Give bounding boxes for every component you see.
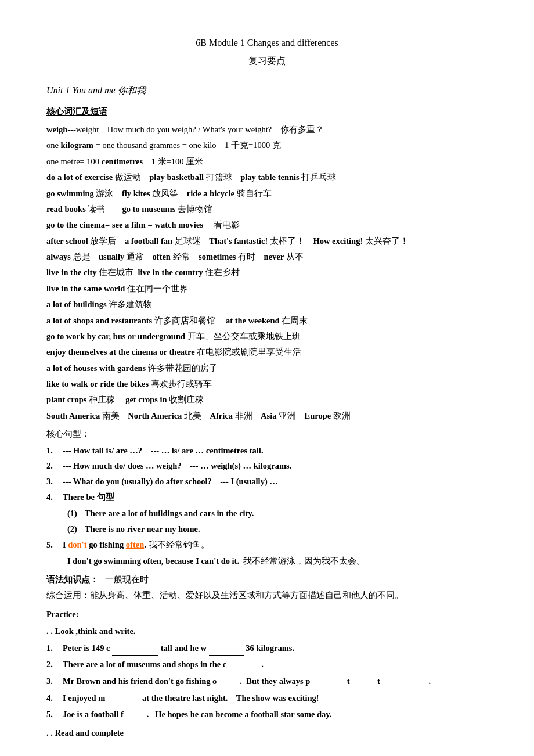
vocab-line-17: like to walk or ride the bikes 喜欢步行或骑车 bbox=[46, 377, 488, 391]
vocab-line-4: do a lot of exercise 做运动 play basketball… bbox=[46, 170, 488, 185]
vocab-line-10: live in the city 住在城市 live in the countr… bbox=[46, 265, 488, 280]
sentence-sub-2: (2) There is no river near my home. bbox=[67, 522, 488, 537]
vocab-line-18: plant crops 种庄稼 get crops in 收割庄稼 bbox=[46, 393, 488, 407]
vocab-line-12: a lot of buildings 许多建筑物 bbox=[46, 297, 488, 312]
practice-item-3: 3. Mr Brown and his friend don't go fish… bbox=[46, 674, 488, 689]
vocab-line-14: go to work by car, bus or underground 开车… bbox=[46, 329, 488, 344]
vocab-line-5: go swimming 游泳 fly kites 放风筝 ride a bicy… bbox=[46, 186, 488, 201]
vocab-line-16: a lot of houses with gardens 许多带花园的房子 bbox=[46, 361, 488, 376]
page-subtitle: 复习要点 bbox=[46, 53, 488, 69]
vocab-line-2: one kilogram = one thousand grammes = on… bbox=[46, 138, 488, 153]
vocab-line-9: always 总是 usually 通常 often 经常 sometimes … bbox=[46, 250, 488, 264]
practice-heading: Practice: bbox=[46, 607, 488, 622]
vocab-section: weigh---weight How much do you weigh? / … bbox=[46, 123, 488, 423]
sentence-heading: 核心句型： bbox=[46, 427, 488, 441]
vocab-line-13: a lot of shops and restaurants 许多商店和餐馆 a… bbox=[46, 314, 488, 328]
vocab-line-7: go to the cinema= see a film = watch mov… bbox=[46, 218, 488, 232]
vocab-heading: 核心词汇及短语 bbox=[46, 105, 488, 120]
page-title: 6B Module 1 Changes and differences bbox=[46, 35, 488, 51]
practice-list: 1. Peter is 149 c tall and he w 36 kilog… bbox=[46, 641, 488, 722]
sentence-item-3: 3. --- What do you (usually) do after sc… bbox=[46, 474, 488, 489]
practice-item-2: 2. There are a lot of museums and shops … bbox=[46, 657, 488, 672]
unit-title: Unit 1 You and me 你和我 bbox=[46, 82, 488, 98]
practice-subheading: . . Look ,think and write. bbox=[46, 624, 488, 639]
vocab-line-19: South America 南美 North America 北美 Africa… bbox=[46, 409, 488, 423]
vocab-line-11: live in the same world 住在同一个世界 bbox=[46, 282, 488, 296]
sentence-list: 1. --- How tall is/ are …? --- … is/ are… bbox=[46, 444, 488, 505]
sentence-item-5-container: 5. I don't go fishing often. 我不经常钓鱼。 bbox=[46, 538, 488, 552]
sentence-item-5-line2: I don't go swimming often, because I can… bbox=[46, 554, 488, 568]
practice-item-4: 4. I enjoyed m at the theatre last night… bbox=[46, 691, 488, 706]
practice-item-1: 1. Peter is 149 c tall and he w 36 kilog… bbox=[46, 641, 488, 656]
grammar-label: 语法知识点： 一般现在时 bbox=[46, 573, 488, 587]
practice-item-5: 5. Joe is a football f . He hopes he can… bbox=[46, 707, 488, 722]
sentence-item-2: 2. --- How much do/ does … weigh? --- … … bbox=[46, 459, 488, 473]
sentence-sub-list: (1) There are a lot of buildings and car… bbox=[46, 506, 488, 536]
vocab-line-3: one metre= 100 centimetres 1 米=100 厘米 bbox=[46, 154, 488, 169]
sentence-sub-1: (1) There are a lot of buildings and car… bbox=[67, 506, 488, 521]
sentence-item-4: 4. There be 句型 bbox=[46, 490, 488, 505]
vocab-line-6: read books 读书 go to museums 去博物馆 bbox=[46, 202, 488, 217]
vocab-line-15: enjoy themselves at the cinema or theatr… bbox=[46, 345, 488, 359]
sentence-item-1: 1. --- How tall is/ are …? --- … is/ are… bbox=[46, 444, 488, 458]
sentence-item-5: 5. I don't go fishing often. 我不经常钓鱼。 bbox=[46, 538, 488, 552]
vocab-line-1: weigh---weight How much do you weigh? / … bbox=[46, 123, 488, 137]
comprehensive-usage: 综合运用：能从身高、体重、活动、爱好以及生活区域和方式等方面描述自己和他人的不同… bbox=[46, 588, 488, 603]
vocab-line-8: after school 放学后 a football fan 足球迷 That… bbox=[46, 234, 488, 249]
read-complete-label: . . Read and complete bbox=[46, 726, 488, 740]
